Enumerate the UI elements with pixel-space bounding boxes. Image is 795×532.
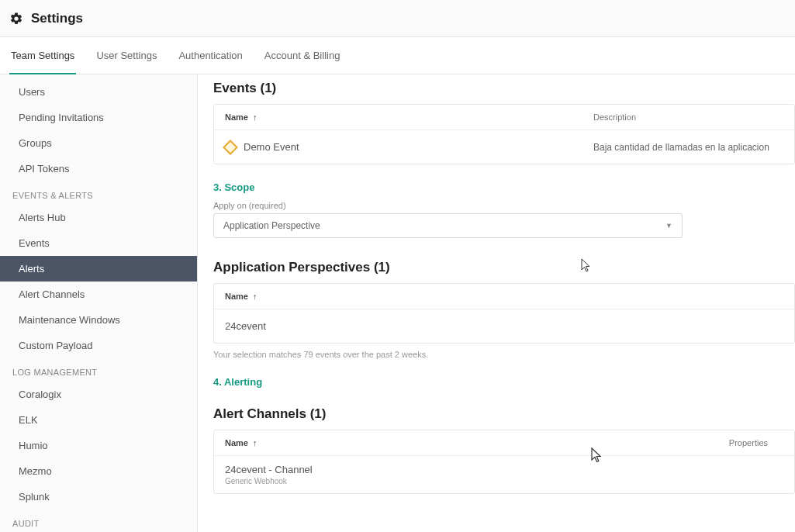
tab-team-settings[interactable]: Team Settings xyxy=(9,37,76,74)
alert-channels-table: Name ↑ Properties 24cevent - Channel Gen… xyxy=(213,430,795,494)
sidebar-item-alert-channels[interactable]: Alert Channels xyxy=(0,282,197,307)
perspectives-table: Name ↑ 24cevent xyxy=(213,283,795,344)
perspective-row-name: 24cevent xyxy=(225,320,266,332)
sidebar-section-events-alerts: EVENTS & ALERTS xyxy=(0,181,197,205)
perspectives-col-name-label: Name xyxy=(225,292,248,301)
event-row-name: Demo Event xyxy=(244,141,299,153)
sidebar-item-alerts[interactable]: Alerts xyxy=(0,256,197,282)
alert-channels-col-properties[interactable]: Properties xyxy=(593,438,783,447)
sidebar-item-coralogix[interactable]: Coralogix xyxy=(0,382,197,407)
sort-arrow-up-icon: ↑ xyxy=(253,112,258,122)
chevron-down-icon: ▼ xyxy=(665,222,672,230)
events-heading: Events (1) xyxy=(213,81,795,96)
sort-arrow-up-icon: ↑ xyxy=(253,292,258,301)
sidebar-item-splunk[interactable]: Splunk xyxy=(0,484,197,510)
apply-on-value: Application Perspective xyxy=(223,220,320,231)
events-col-description[interactable]: Description xyxy=(593,112,783,122)
events-col-name-label: Name xyxy=(225,112,248,122)
perspectives-row[interactable]: 24cevent xyxy=(214,309,794,343)
sidebar-item-mezmo[interactable]: Mezmo xyxy=(0,458,197,484)
sidebar-item-api-tokens[interactable]: API Tokens xyxy=(0,156,197,181)
sidebar: Users Pending Invitations Groups API Tok… xyxy=(0,74,198,532)
sidebar-item-alerts-hub[interactable]: Alerts Hub xyxy=(0,205,197,230)
sort-arrow-up-icon: ↑ xyxy=(253,438,258,447)
scope-match-hint: Your selection matches 79 events over th… xyxy=(213,350,795,359)
step-scope: 3. Scope xyxy=(213,181,795,193)
sidebar-item-custom-payload[interactable]: Custom Payload xyxy=(0,333,197,358)
page-header: Settings xyxy=(0,0,795,37)
sidebar-item-groups[interactable]: Groups xyxy=(0,130,197,156)
events-row[interactable]: Demo Event Baja cantidad de llamadas en … xyxy=(214,130,794,164)
tab-authentication[interactable]: Authentication xyxy=(177,37,244,74)
page-title: Settings xyxy=(31,11,83,26)
tab-user-settings[interactable]: User Settings xyxy=(95,37,158,74)
apply-on-label: Apply on (required) xyxy=(213,201,795,210)
main-content: Events (1) Name ↑ Description Demo Event… xyxy=(198,74,795,532)
sidebar-item-pending-invitations[interactable]: Pending Invitations xyxy=(0,105,197,130)
alert-channels-col-name-label: Name xyxy=(225,438,248,447)
events-col-name[interactable]: Name ↑ xyxy=(225,112,593,122)
alert-channels-col-name[interactable]: Name ↑ xyxy=(225,438,593,447)
perspectives-heading: Application Perspectives (1) xyxy=(213,260,795,275)
tab-account-billing[interactable]: Account & Billing xyxy=(263,37,342,74)
sidebar-section-log-management: LOG MANAGEMENT xyxy=(0,358,197,382)
sidebar-item-maintenance-windows[interactable]: Maintenance Windows xyxy=(0,307,197,333)
sidebar-item-users[interactable]: Users xyxy=(0,79,197,105)
tabbar: Team Settings User Settings Authenticati… xyxy=(0,37,795,74)
perspectives-col-name[interactable]: Name ↑ xyxy=(225,292,593,301)
sidebar-item-elk[interactable]: ELK xyxy=(0,407,197,433)
event-row-description: Baja cantidad de llamadas en la aplicaci… xyxy=(593,142,783,153)
alert-channel-row-subtype: Generic Webhook xyxy=(225,477,593,485)
apply-on-select[interactable]: Application Perspective ▼ xyxy=(213,213,683,238)
event-diamond-icon xyxy=(223,140,238,155)
step-alerting: 4. Alerting xyxy=(213,376,795,388)
sidebar-item-humio[interactable]: Humio xyxy=(0,433,197,458)
alert-channel-row[interactable]: 24cevent - Channel Generic Webhook xyxy=(214,456,794,493)
alert-channels-heading: Alert Channels (1) xyxy=(213,406,795,422)
events-table: Name ↑ Description Demo Event Baja canti… xyxy=(213,104,795,164)
gear-icon xyxy=(9,12,23,26)
sidebar-item-events[interactable]: Events xyxy=(0,230,197,256)
alert-channel-row-name: 24cevent - Channel xyxy=(225,464,593,475)
sidebar-section-audit: AUDIT xyxy=(0,510,197,532)
